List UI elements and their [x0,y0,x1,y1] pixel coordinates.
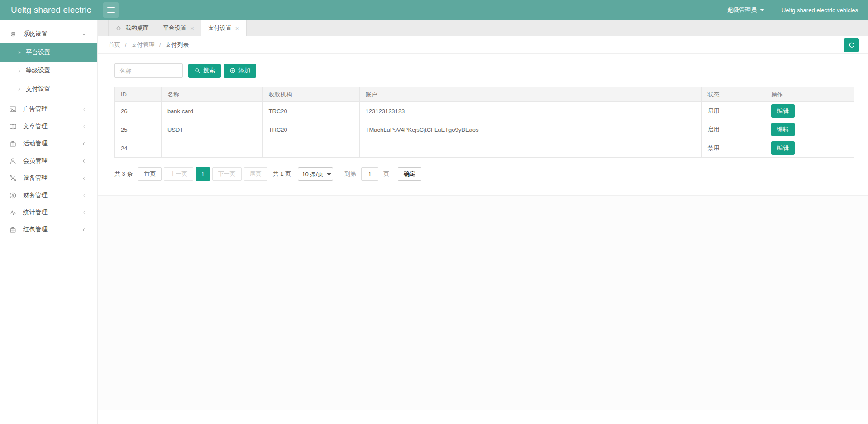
toolbar: 搜索 添加 [114,63,854,78]
pulse-icon [9,209,17,217]
sidebar-item-label: 设备管理 [23,174,81,182]
breadcrumb-home[interactable]: 首页 [109,41,120,49]
sidebar-item-finance-management[interactable]: 财务管理 [0,187,97,204]
chevron-right-icon [17,87,22,91]
add-button-label: 添加 [238,67,250,75]
table-row: 24 禁用 编辑 [115,139,854,158]
tab-platform-settings[interactable]: 平台设置 × [156,20,201,36]
close-icon[interactable]: × [235,25,239,32]
tab-label: 支付设置 [208,24,232,32]
sidebar-item-label: 活动管理 [23,140,81,148]
sidebar-item-article-management[interactable]: 文章管理 [0,118,97,135]
sidebar-item-ad-management[interactable]: 广告管理 [0,101,97,118]
edit-button[interactable]: 编辑 [771,141,795,155]
sidebar-toggle-button[interactable] [103,2,119,18]
last-page-button[interactable]: 尾页 [244,167,267,181]
close-icon[interactable]: × [190,25,194,32]
chevron-left-icon [81,124,86,129]
breadcrumb-separator: / [125,42,127,48]
sidebar: 系统设置 平台设置 等级设置 支付设置 [0,20,98,424]
book-icon [9,123,17,130]
total-count-label: 共 3 条 [114,170,133,178]
hamburger-icon [107,7,115,8]
system-settings-submenu: 平台设置 等级设置 支付设置 [0,43,97,101]
chevron-left-icon [81,210,86,215]
chevron-down-icon [81,32,86,37]
sidebar-item-label: 红包管理 [23,226,81,234]
total-pages-label: 共 1 页 [273,170,291,178]
cell-name: bank card [161,102,262,120]
confirm-button[interactable]: 确定 [398,167,421,181]
sidebar-item-label: 会员管理 [23,157,81,165]
cell-institution: TRC20 [262,120,359,139]
caret-down-icon [760,9,764,11]
column-header-institution: 收款机构 [262,87,359,102]
tab-my-desktop[interactable]: 我的桌面 [108,20,156,36]
sidebar-item-level-settings[interactable]: 等级设置 [0,62,97,80]
edit-button[interactable]: 编辑 [771,123,795,136]
payments-table: ID 名称 收款机构 账户 状态 操作 26 bank card TRC20 1… [114,87,854,158]
chevron-left-icon [81,227,86,232]
breadcrumb: 首页 / 支付管理 / 支付列表 [109,41,189,49]
cell-account [359,139,701,158]
chevron-left-icon [81,141,86,146]
sidebar-item-label: 系统设置 [23,30,81,38]
cell-account: 123123123123 [359,102,701,120]
table-row: 25 USDT TRC20 TMachLuPsV4PKejsCjtCFLuETg… [115,120,854,139]
tab-payment-settings[interactable]: 支付设置 × [201,20,247,36]
refresh-icon [848,41,855,48]
add-button[interactable]: 添加 [224,64,256,78]
user-role-label: 超级管理员 [727,6,757,14]
sidebar-item-activity-management[interactable]: 活动管理 [0,135,97,152]
cell-id: 25 [115,120,162,139]
sidebar-item-redpacket-management[interactable]: 红包管理 [0,221,97,238]
tab-bar: 我的桌面 平台设置 × 支付设置 × [98,20,868,36]
cell-name: USDT [161,120,262,139]
sidebar-item-device-management[interactable]: 设备管理 [0,169,97,187]
breadcrumb-section[interactable]: 支付管理 [131,41,155,49]
sidebar-item-label: 等级设置 [26,67,50,75]
goto-page-input[interactable] [361,167,378,181]
company-label: Ueltg shared electric vehicles [782,7,858,14]
tab-label: 平台设置 [163,24,186,32]
redpacket-icon [9,226,17,234]
status-badge: 启用 [701,102,765,120]
sidebar-item-label: 广告管理 [23,105,81,113]
column-header-status: 状态 [701,87,765,102]
search-input[interactable] [114,63,183,78]
page-size-select[interactable]: 10 条/页 [298,167,333,181]
chevron-right-icon [17,50,22,55]
main-area: 我的桌面 平台设置 × 支付设置 × 首页 / 支付管理 / 支付列表 [98,20,868,424]
tools-icon [9,174,17,182]
prev-page-button[interactable]: 上一页 [164,167,193,181]
refresh-button[interactable] [844,38,859,52]
tab-label: 我的桌面 [125,24,149,32]
sidebar-item-system-settings[interactable]: 系统设置 [0,25,97,43]
edit-button[interactable]: 编辑 [771,104,795,118]
table-row: 26 bank card TRC20 123123123123 启用 编辑 [115,102,854,120]
gift-icon [9,140,17,148]
sidebar-item-statistics-management[interactable]: 统计管理 [0,204,97,221]
cell-id: 26 [115,102,162,120]
page-number-button[interactable]: 1 [196,167,210,181]
breadcrumb-current: 支付列表 [165,41,189,49]
user-role-dropdown[interactable]: 超级管理员 [727,6,764,14]
chevron-left-icon [81,176,86,181]
sidebar-item-payment-settings[interactable]: 支付设置 [0,80,97,98]
page-background [98,196,868,410]
column-header-action: 操作 [765,87,854,102]
search-button[interactable]: 搜索 [188,64,221,78]
status-badge: 启用 [701,120,765,139]
next-page-button[interactable]: 下一页 [212,167,242,181]
chevron-left-icon [81,193,86,198]
sidebar-item-member-management[interactable]: 会员管理 [0,152,97,169]
sidebar-item-platform-settings[interactable]: 平台设置 [0,43,97,62]
first-page-button[interactable]: 首页 [138,167,162,181]
brand-title: Ueltg shared electric [0,5,98,15]
sidebar-item-label: 平台设置 [26,48,50,57]
cell-institution: TRC20 [262,102,359,120]
home-icon [115,25,122,31]
search-icon [194,67,200,74]
user-icon [9,157,17,165]
chevron-right-icon [17,68,22,73]
